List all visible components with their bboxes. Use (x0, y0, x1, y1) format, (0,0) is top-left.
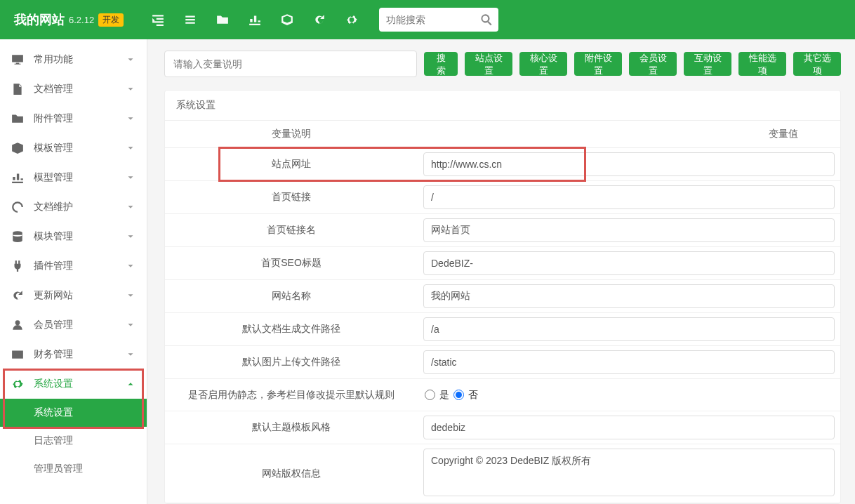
row-value (418, 247, 840, 279)
toolbar-btn-6[interactable]: 性能选项 (738, 52, 786, 76)
folder-icon (11, 112, 24, 125)
sidebar-item-system-settings[interactable]: 系统设置 (0, 369, 147, 399)
sidebar-item-label: 附件管理 (34, 112, 126, 125)
cube-icon[interactable] (281, 13, 293, 26)
sidebar-item-9[interactable]: 会员管理 (0, 310, 147, 340)
table-row: 默认文档生成文件路径 (165, 313, 840, 346)
setting-input-2[interactable] (423, 218, 835, 242)
row-value (418, 313, 840, 345)
db-icon (11, 230, 24, 243)
row-value (418, 346, 840, 378)
cube-icon (11, 142, 24, 154)
sidebar-item-3[interactable]: 模板管理 (0, 133, 147, 163)
file-icon (11, 83, 24, 95)
setting-input-3[interactable] (423, 251, 835, 275)
spinner-icon (11, 201, 24, 213)
var-search-input[interactable] (164, 51, 417, 77)
sidebar-item-label: 文档维护 (34, 201, 126, 213)
sidebar: 常用功能 文档管理 附件管理 模板管理 模型管理 文档维护 模块管理 插件管理 … (0, 39, 147, 504)
toolbar-btn-0[interactable]: 搜索 (424, 52, 458, 76)
user-icon (11, 319, 24, 331)
table-row: 是否启用伪静态，参考栏目修改提示里默认规则 是 否 (165, 379, 840, 411)
sidebar-item-label: 更新网站 (34, 289, 126, 302)
sidebar-item-label: 常用功能 (34, 53, 126, 66)
setting-input-0[interactable] (423, 152, 835, 176)
brand-tag: 开发 (98, 13, 124, 27)
table-row: 默认主题模板风格 (165, 411, 840, 444)
sidebar-item-1[interactable]: 文档管理 (0, 74, 147, 104)
row-label: 首页链接 (165, 184, 418, 211)
col-label: 变量说明 (165, 121, 418, 147)
sub-item-admin[interactable]: 管理员管理 (0, 455, 147, 483)
sidebar-item-10[interactable]: 财务管理 (0, 340, 147, 369)
row-label: 默认主题模板风格 (165, 414, 418, 441)
sidebar-item-0[interactable]: 常用功能 (0, 45, 147, 74)
table-row: 默认图片上传文件路径 (165, 346, 840, 379)
table-row: 网站名称 (165, 280, 840, 313)
sidebar-item-6[interactable]: 模块管理 (0, 222, 147, 251)
top-search (379, 8, 498, 32)
refresh-icon[interactable] (313, 13, 326, 26)
table-row: 站点网址 (165, 148, 840, 181)
sidebar-item-label: 会员管理 (34, 319, 126, 331)
sub-item-log[interactable]: 日志管理 (0, 427, 147, 455)
table-row: 首页SEO标题 (165, 247, 840, 280)
topbar: 我的网站 6.2.12 开发 (0, 0, 855, 39)
sidebar-item-2[interactable]: 附件管理 (0, 104, 147, 133)
setting-input-4[interactable] (423, 284, 835, 308)
list-icon[interactable] (184, 13, 197, 26)
toolbar-btn-3[interactable]: 附件设置 (574, 52, 622, 76)
sidebar-item-label: 模板管理 (34, 142, 126, 154)
settings-panel: 系统设置 变量说明 变量值 站点网址 首页链接 首页链接名 首页SEO标题 网站… (164, 90, 841, 504)
sidebar-item-label: 模块管理 (34, 230, 126, 243)
row-label: 是否启用伪静态，参考栏目修改提示里默认规则 (165, 382, 418, 409)
indent-icon[interactable] (152, 13, 164, 26)
setting-input-5[interactable] (423, 317, 835, 341)
sidebar-item-label: 财务管理 (34, 348, 126, 361)
gear-icon[interactable] (345, 13, 358, 26)
row-label: 站点网址 (165, 151, 418, 178)
row-value (418, 181, 840, 213)
sidebar-item-5[interactable]: 文档维护 (0, 192, 147, 222)
sidebar-item-label: 模型管理 (34, 171, 126, 184)
radio-yes[interactable] (425, 390, 435, 400)
row-label: 默认文档生成文件路径 (165, 316, 418, 343)
row-value (418, 280, 840, 312)
table-row: 首页链接 (165, 181, 840, 214)
top-icons (152, 13, 358, 26)
radio-no[interactable] (453, 390, 464, 400)
row-value (418, 411, 840, 444)
toolbar-btn-5[interactable]: 互动设置 (684, 52, 731, 76)
folder-icon[interactable] (216, 13, 229, 26)
chart-icon[interactable] (248, 13, 261, 26)
setting-textarea-9[interactable]: Copyright © 2023 DedeBIZ 版权所有 (423, 449, 835, 496)
panel-title: 系统设置 (165, 91, 840, 121)
sidebar-item-8[interactable]: 更新网站 (0, 281, 147, 310)
toolbar-btn-1[interactable]: 站点设置 (465, 52, 512, 76)
setting-input-6[interactable] (423, 350, 835, 374)
toolbar-btn-2[interactable]: 核心设置 (519, 52, 567, 76)
sidebar-item-label: 插件管理 (34, 260, 126, 272)
row-value (418, 214, 840, 246)
sub-item-system-settings[interactable]: 系统设置 (0, 399, 147, 427)
search-icon[interactable] (480, 13, 493, 26)
sidebar-item-label: 系统设置 (34, 378, 126, 390)
col-value: 变量值 (418, 121, 840, 147)
row-value (418, 148, 840, 180)
refresh-icon (11, 289, 24, 302)
toolbar: 搜索站点设置核心设置附件设置会员设置互动设置性能选项其它选项 (164, 51, 841, 77)
sidebar-item-7[interactable]: 插件管理 (0, 251, 147, 281)
sidebar-item-4[interactable]: 模型管理 (0, 163, 147, 192)
toolbar-btn-4[interactable]: 会员设置 (629, 52, 677, 76)
row-label: 首页SEO标题 (165, 250, 418, 277)
setting-input-8[interactable] (423, 416, 835, 439)
desktop-icon (11, 53, 24, 66)
toolbar-btn-7[interactable]: 其它选项 (793, 52, 841, 76)
plug-icon (11, 260, 24, 272)
setting-radio-7: 是 否 (423, 389, 835, 402)
setting-input-1[interactable] (423, 185, 835, 209)
row-label: 默认图片上传文件路径 (165, 349, 418, 376)
card-icon (11, 348, 24, 361)
row-value: Copyright © 2023 DedeBIZ 版权所有 (418, 444, 840, 503)
row-label: 首页链接名 (165, 217, 418, 244)
